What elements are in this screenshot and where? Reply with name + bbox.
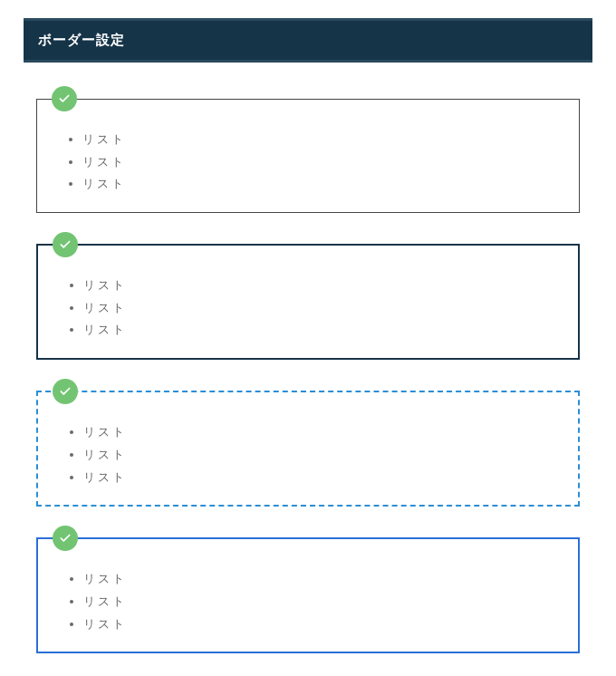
list-item: リスト xyxy=(82,129,555,151)
list-item: リスト xyxy=(83,568,554,591)
list-item: リスト xyxy=(83,297,554,320)
check-icon xyxy=(52,86,77,111)
border-box-blue: リスト リスト リスト xyxy=(36,537,580,653)
item-list: リスト リスト リスト xyxy=(62,275,554,342)
item-list: リスト リスト リスト xyxy=(62,421,554,488)
list-item: リスト xyxy=(83,275,554,297)
item-list: リスト リスト リスト xyxy=(61,129,555,196)
check-icon xyxy=(53,379,78,404)
border-box-thick: リスト リスト リスト xyxy=(36,244,580,360)
list-item: リスト xyxy=(83,319,554,342)
list-item: リスト xyxy=(82,173,555,196)
page-title: ボーダー設定 xyxy=(24,18,592,63)
border-box-dashed: リスト リスト リスト xyxy=(36,391,580,507)
check-icon xyxy=(53,526,78,551)
border-box-thin: リスト リスト リスト xyxy=(36,99,580,213)
list-item: リスト xyxy=(83,591,554,613)
item-list: リスト リスト リスト xyxy=(62,568,554,635)
list-item: リスト xyxy=(83,421,554,444)
check-icon xyxy=(53,232,78,257)
list-item: リスト xyxy=(83,444,554,467)
list-item: リスト xyxy=(82,151,555,174)
page: ボーダー設定 リスト リスト リスト リスト リスト リスト xyxy=(0,0,616,676)
list-item: リスト xyxy=(83,613,554,636)
list-item: リスト xyxy=(83,467,554,489)
box-container: リスト リスト リスト リスト リスト リスト リスト リスト リスト xyxy=(24,99,592,653)
